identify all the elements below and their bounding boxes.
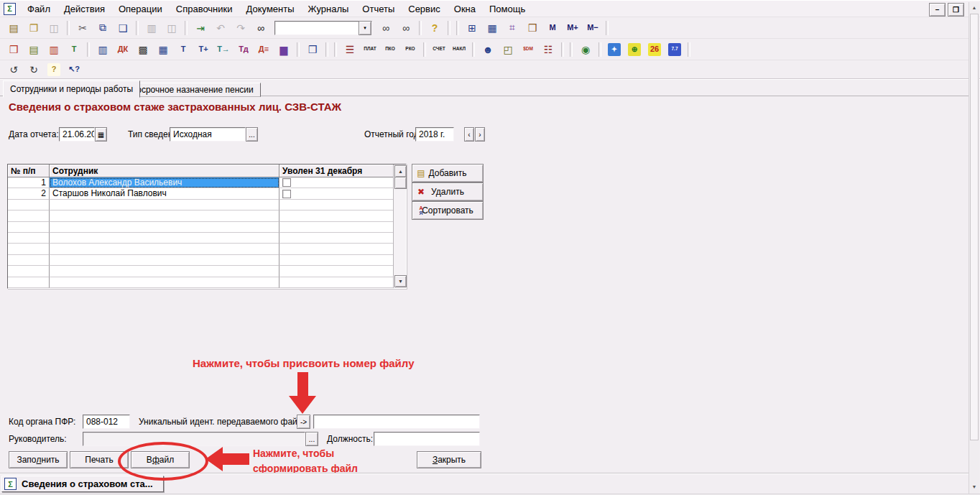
minimize-button[interactable]: –: [929, 3, 946, 17]
search-combobox[interactable]: ▾: [274, 21, 372, 35]
cut-icon[interactable]: ✂: [73, 20, 92, 36]
table-row[interactable]: [8, 233, 406, 244]
operation-journal-icon[interactable]: ▥: [93, 42, 112, 57]
column-header-employee[interactable]: Сотрудник: [50, 165, 279, 177]
cd-help-icon[interactable]: ◉: [576, 42, 595, 57]
find-next-icon[interactable]: ∞: [376, 20, 395, 36]
copy-icon[interactable]: ⧉: [93, 20, 112, 36]
menu-item-documents[interactable]: Документы: [240, 1, 302, 17]
fired-checkbox[interactable]: [282, 178, 291, 187]
d-document-icon[interactable]: Д≡: [254, 42, 273, 57]
memory-plus-icon[interactable]: M+: [563, 20, 582, 36]
table-document-icon[interactable]: ▦: [154, 42, 172, 57]
delete-button[interactable]: ✖ Удалить: [412, 182, 484, 201]
cabinet-icon[interactable]: ◰: [499, 42, 517, 57]
year-prev-button[interactable]: ‹: [464, 127, 474, 142]
currency-dm-icon[interactable]: $DM: [519, 42, 537, 57]
t-date-document-icon[interactable]: Тд: [234, 42, 253, 57]
menu-item-service[interactable]: Сервис: [402, 1, 448, 17]
column-header-fired[interactable]: Уволен 31 декабря: [279, 165, 394, 177]
books-icon[interactable]: ☰: [341, 42, 359, 57]
new-document-icon[interactable]: ▤: [4, 20, 23, 36]
operation-document-icon[interactable]: ДК: [114, 42, 132, 57]
scroll-up-icon[interactable]: ▲: [394, 165, 407, 177]
find-previous-icon[interactable]: ∞: [397, 20, 415, 36]
menu-item-references[interactable]: Справочники: [170, 1, 240, 17]
t-plus-document-icon[interactable]: Т+: [194, 42, 213, 57]
memory-minus-icon[interactable]: M−: [583, 20, 602, 36]
calendar-26-icon[interactable]: 26: [645, 42, 664, 57]
help-icon[interactable]: ?: [425, 20, 444, 36]
save-icon[interactable]: ◫: [45, 20, 63, 36]
scrollbar-thumb[interactable]: [394, 177, 407, 189]
position-field[interactable]: [374, 432, 480, 446]
manager-field[interactable]: [83, 432, 305, 446]
payment-order-icon[interactable]: ПЛАТ: [361, 42, 379, 57]
mdi-scroll-down-icon[interactable]: ▼: [969, 484, 979, 489]
t-move-document-icon[interactable]: Т→: [214, 42, 233, 57]
report-chart-icon[interactable]: ▆: [274, 42, 293, 57]
menu-item-journals[interactable]: Журналы: [302, 1, 356, 17]
pko-icon[interactable]: ПКО: [381, 42, 399, 57]
menu-item-file[interactable]: Файл: [21, 1, 57, 17]
table-lookup-icon[interactable]: ⌗: [503, 20, 522, 36]
table-row[interactable]: [8, 277, 406, 288]
combo-dropdown-icon[interactable]: ▾: [359, 21, 371, 35]
table-row[interactable]: [8, 266, 406, 277]
menu-item-actions[interactable]: Действия: [57, 1, 112, 17]
info-type-ellipsis-button[interactable]: ...: [246, 127, 258, 142]
find-icon[interactable]: ∞: [251, 20, 270, 36]
print-icon[interactable]: ▥: [142, 20, 161, 36]
dove-icon[interactable]: ✦: [605, 42, 624, 57]
waybill-icon[interactable]: НАКЛ: [450, 42, 468, 57]
globe-money-icon[interactable]: ⊕: [625, 42, 644, 57]
table-row[interactable]: 2Старшов Николай Павлович: [8, 188, 406, 199]
scroll-down-icon[interactable]: ▼: [394, 275, 407, 287]
menu-item-operations[interactable]: Операции: [112, 1, 170, 17]
personnel-group-icon[interactable]: ☷: [539, 42, 558, 57]
save-values-icon[interactable]: ↻: [24, 62, 43, 78]
documents-icon[interactable]: ▥: [45, 42, 63, 57]
report-year-field[interactable]: 2018 г.: [415, 127, 454, 142]
rko-icon[interactable]: РКО: [401, 42, 420, 57]
close-button[interactable]: Закрыть: [417, 451, 481, 468]
table-row[interactable]: 1Волохов Александр Васильевич: [8, 177, 406, 188]
tab-early-pension[interactable]: Досрочное назначение пенсии: [124, 83, 261, 97]
description-icon[interactable]: ?: [45, 62, 63, 78]
table-row[interactable]: [8, 211, 406, 221]
table-scrollbar[interactable]: ▲ ▼: [393, 165, 406, 288]
journals-icon[interactable]: ▤: [24, 42, 43, 57]
mdi-vertical-scrollbar[interactable]: ▲ ▼: [969, 2, 979, 494]
menu-item-reports[interactable]: Отчеты: [356, 1, 402, 17]
table-row[interactable]: [8, 222, 406, 233]
year-next-button[interactable]: ›: [475, 127, 485, 142]
checkered-report-icon[interactable]: ▩: [134, 42, 152, 57]
fill-button[interactable]: Заполнить: [9, 451, 68, 468]
paste-icon[interactable]: ❑: [114, 20, 132, 36]
context-help-icon[interactable]: ↖?: [65, 62, 83, 78]
calculator-icon[interactable]: ⊞: [463, 20, 481, 36]
redo-icon[interactable]: ↷: [231, 20, 250, 36]
table-row[interactable]: [8, 200, 406, 211]
guide-book-icon[interactable]: ❒: [523, 20, 542, 36]
references-icon[interactable]: ❒: [4, 42, 23, 57]
report-date-field[interactable]: 21.06.2018: [59, 127, 95, 142]
search-combobox-input[interactable]: [275, 22, 359, 34]
methodology-book-icon[interactable]: ❒: [303, 42, 322, 57]
table-row[interactable]: [8, 255, 406, 266]
pfr-code-field[interactable]: 088-012: [83, 415, 130, 429]
info-type-field[interactable]: Исходная: [170, 127, 246, 142]
update-77-icon[interactable]: 7.7: [665, 42, 684, 57]
column-header-number[interactable]: № п/п: [8, 165, 50, 177]
sort-button[interactable]: АЯ Сортировать: [412, 201, 484, 220]
mdi-scrollbar-thumb[interactable]: [970, 14, 979, 440]
memory-icon[interactable]: M: [543, 20, 562, 36]
t-document-icon[interactable]: Т: [174, 42, 193, 57]
restore-values-icon[interactable]: ↺: [4, 62, 23, 78]
tab-employees-periods[interactable]: Сотрудники и периоды работы: [3, 80, 140, 98]
menu-item-windows[interactable]: Окна: [448, 1, 483, 17]
chart-of-accounts-icon[interactable]: Т: [65, 42, 83, 57]
menu-item-help[interactable]: Помощь: [483, 1, 532, 17]
invoice-icon[interactable]: СЧЕТ: [430, 42, 448, 57]
open-folder-icon[interactable]: ❐: [24, 20, 43, 36]
